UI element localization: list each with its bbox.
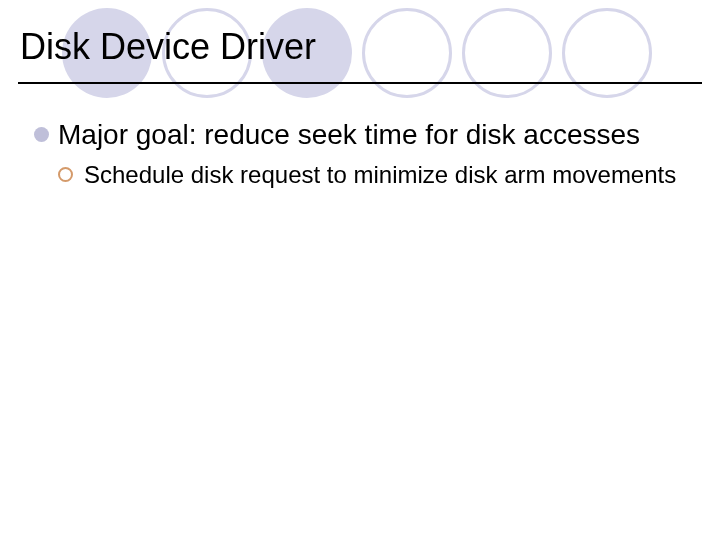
slide-title: Disk Device Driver (20, 26, 316, 68)
disc-bullet-icon (34, 127, 49, 142)
slide: Disk Device Driver Major goal: reduce se… (0, 0, 720, 540)
circle-icon (462, 8, 552, 98)
circle-icon (562, 8, 652, 98)
bullet-level1-text: Major goal: reduce seek time for disk ac… (58, 119, 640, 150)
circle-icon (362, 8, 452, 98)
bullet-level1: Major goal: reduce seek time for disk ac… (34, 118, 686, 151)
ring-bullet-icon (58, 167, 73, 182)
title-underline (18, 82, 702, 84)
bullet-level2: Schedule disk request to minimize disk a… (58, 161, 686, 189)
bullet-level2-text: Schedule disk request to minimize disk a… (84, 161, 676, 188)
slide-body: Major goal: reduce seek time for disk ac… (34, 118, 686, 189)
